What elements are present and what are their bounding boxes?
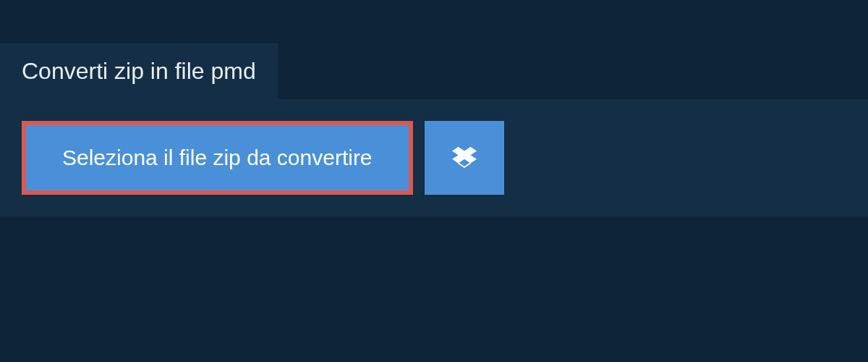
dropbox-icon <box>452 145 477 172</box>
page-title: Converti zip in file pmd <box>22 58 256 85</box>
select-file-highlight: Seleziona il file zip da convertire <box>22 121 413 195</box>
select-file-button[interactable]: Seleziona il file zip da convertire <box>26 125 409 190</box>
dropbox-button[interactable] <box>425 121 504 195</box>
tab-header: Converti zip in file pmd <box>0 43 278 99</box>
action-row: Seleziona il file zip da convertire <box>22 121 846 195</box>
converter-panel: Seleziona il file zip da convertire <box>0 99 868 216</box>
